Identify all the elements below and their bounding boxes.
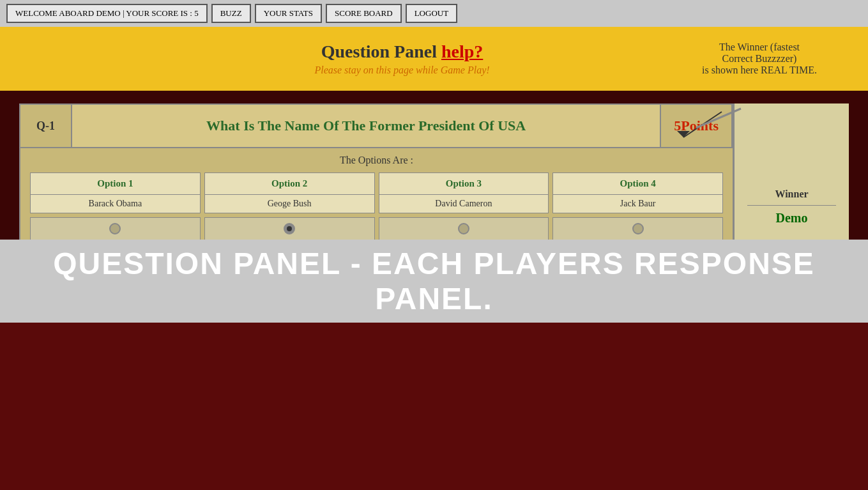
help-link[interactable]: help? xyxy=(441,42,483,61)
question-number: Q-1 xyxy=(20,105,72,147)
option-3-answer: David Cameron xyxy=(379,195,549,213)
option-4-answer: Jack Baur xyxy=(552,195,723,213)
bottom-title: QUESTION PANEL - EACH PLAYERS RESPONSE P… xyxy=(19,246,849,316)
option-2-answer: Geoge Bush xyxy=(204,195,375,213)
options-grid: Option 1 Barack Obama Option 2 Geoge Bus… xyxy=(30,172,723,213)
stats-button[interactable]: YOUR STATS xyxy=(255,4,322,23)
question-text: What Is The Name Of The Former President… xyxy=(72,105,661,147)
banner: Question Panel help? Please stay on this… xyxy=(0,27,868,91)
question-panel: Q-1 What Is The Name Of The Former Presi… xyxy=(19,103,734,148)
options-header: The Options Are : xyxy=(30,155,723,166)
banner-subtitle: Please stay on this page while Game Play… xyxy=(141,65,664,76)
buzz-button[interactable]: BUZZ xyxy=(211,4,251,23)
radio-3[interactable] xyxy=(458,223,469,234)
winner-name: Demo xyxy=(776,211,808,226)
option-3-label[interactable]: Option 3 xyxy=(379,172,549,195)
option-4-label[interactable]: Option 4 xyxy=(552,172,723,195)
options-area: The Options Are : Option 1 Barack Obama … xyxy=(19,148,734,248)
radio-cell-1[interactable] xyxy=(30,217,201,240)
radio-2[interactable] xyxy=(284,223,295,234)
winner-label: Winner xyxy=(747,188,836,206)
option-1-label[interactable]: Option 1 xyxy=(30,172,201,195)
bottom-section: QUESTION PANEL - EACH PLAYERS RESPONSE P… xyxy=(0,240,868,323)
option-1-answer: Barack Obama xyxy=(30,195,201,213)
option-2-label[interactable]: Option 2 xyxy=(204,172,375,195)
radio-cell-4[interactable] xyxy=(552,217,723,240)
question-points: 5Points xyxy=(661,105,733,147)
radio-row xyxy=(30,217,723,240)
winner-announcement: The Winner (fastest Correct Buzzzzer) is… xyxy=(664,35,855,82)
radio-cell-2[interactable] xyxy=(204,217,375,240)
welcome-button[interactable]: WELCOME ABOARD DEMO | YOUR SCORE IS : 5 xyxy=(6,4,208,23)
panel-title: Question Panel help? xyxy=(141,42,664,62)
radio-cell-3[interactable] xyxy=(379,217,549,240)
radio-1[interactable] xyxy=(109,223,121,234)
top-navigation: WELCOME ABOARD DEMO | YOUR SCORE IS : 5 … xyxy=(0,0,868,27)
radio-4[interactable] xyxy=(632,223,644,234)
banner-center: Question Panel help? Please stay on this… xyxy=(141,42,664,76)
scoreboard-button[interactable]: SCORE BOARD xyxy=(326,4,402,23)
logout-button[interactable]: LOGOUT xyxy=(406,4,457,23)
